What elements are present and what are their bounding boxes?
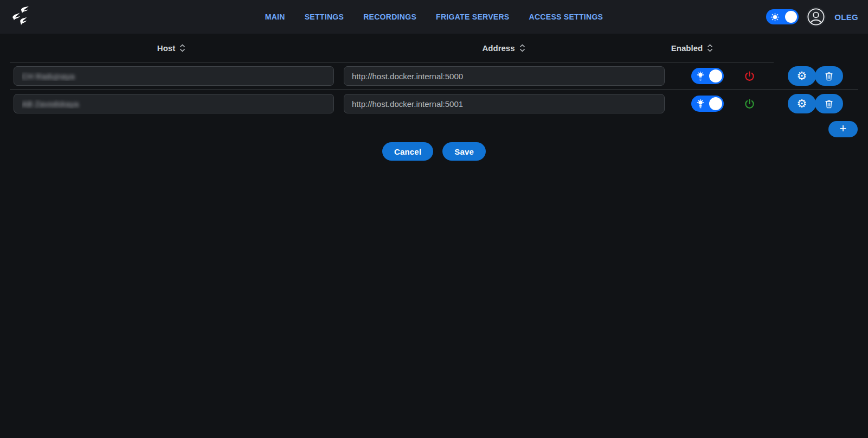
navbar-right: OLEG bbox=[766, 7, 858, 27]
enabled-header-label: Enabled bbox=[671, 43, 703, 53]
gear-icon: ⚙ bbox=[797, 98, 807, 110]
host-input[interactable] bbox=[14, 94, 334, 113]
row-actions: ⚙ bbox=[788, 94, 843, 113]
nav-link-main[interactable]: MAIN bbox=[265, 12, 285, 21]
enabled-toggle[interactable] bbox=[691, 68, 724, 84]
cancel-button[interactable]: Cancel bbox=[382, 142, 433, 161]
nav-links: MAIN SETTINGS RECORDINGS FRIGATE SERVERS… bbox=[265, 12, 603, 21]
address-input[interactable] bbox=[344, 66, 665, 86]
frigate-birds-logo-icon bbox=[10, 5, 33, 29]
enabled-toggle-knob bbox=[709, 97, 722, 110]
sort-icon bbox=[518, 43, 526, 53]
user-avatar[interactable] bbox=[806, 7, 826, 27]
host-header-label: Host bbox=[157, 43, 175, 53]
delete-button[interactable] bbox=[815, 94, 843, 113]
plus-icon: + bbox=[840, 123, 847, 135]
theme-toggle-knob bbox=[785, 11, 797, 23]
server-row: ⚙ bbox=[0, 90, 868, 117]
settings-button[interactable]: ⚙ bbox=[788, 94, 816, 113]
add-row: + bbox=[0, 121, 868, 137]
gear-icon: ⚙ bbox=[797, 71, 807, 82]
column-header-address[interactable]: Address bbox=[344, 43, 665, 53]
power-status-icon bbox=[744, 98, 755, 110]
nav-link-recordings[interactable]: RECORDINGS bbox=[363, 12, 416, 21]
add-server-button[interactable]: + bbox=[828, 121, 858, 137]
frigate-birds-logo[interactable] bbox=[10, 5, 33, 29]
enabled-toggle[interactable] bbox=[691, 96, 724, 112]
power-status-icon bbox=[744, 71, 755, 82]
lightbulb-icon bbox=[696, 71, 705, 81]
save-button[interactable]: Save bbox=[442, 142, 486, 161]
address-input[interactable] bbox=[344, 94, 665, 113]
column-header-host[interactable]: Host bbox=[10, 43, 334, 53]
settings-button[interactable]: ⚙ bbox=[788, 66, 816, 86]
username-label[interactable]: OLEG bbox=[834, 12, 858, 22]
sort-icon bbox=[178, 43, 187, 53]
host-input[interactable] bbox=[14, 66, 334, 86]
nav-link-frigate-servers[interactable]: FRIGATE SERVERS bbox=[436, 12, 509, 21]
person-circle-icon bbox=[807, 8, 825, 26]
frigate-servers-table: Host Address Enabled bbox=[0, 34, 868, 161]
nav-link-access-settings[interactable]: ACCESS SETTINGS bbox=[529, 12, 603, 21]
address-header-label: Address bbox=[482, 43, 515, 53]
server-row: ⚙ bbox=[0, 62, 868, 90]
navbar: MAIN SETTINGS RECORDINGS FRIGATE SERVERS… bbox=[0, 0, 868, 34]
lightbulb-icon bbox=[696, 99, 705, 109]
sort-icon bbox=[706, 43, 714, 53]
enabled-toggle-knob bbox=[709, 69, 722, 82]
sun-icon bbox=[770, 12, 780, 22]
trash-icon bbox=[824, 71, 834, 81]
theme-toggle[interactable] bbox=[766, 9, 799, 24]
delete-button[interactable] bbox=[815, 66, 843, 86]
column-header-enabled[interactable]: Enabled bbox=[667, 43, 718, 53]
table-header-row: Host Address Enabled bbox=[10, 34, 774, 62]
nav-link-settings[interactable]: SETTINGS bbox=[305, 12, 344, 21]
form-actions: Cancel Save bbox=[0, 142, 868, 161]
trash-icon bbox=[824, 99, 834, 109]
row-actions: ⚙ bbox=[788, 66, 843, 86]
